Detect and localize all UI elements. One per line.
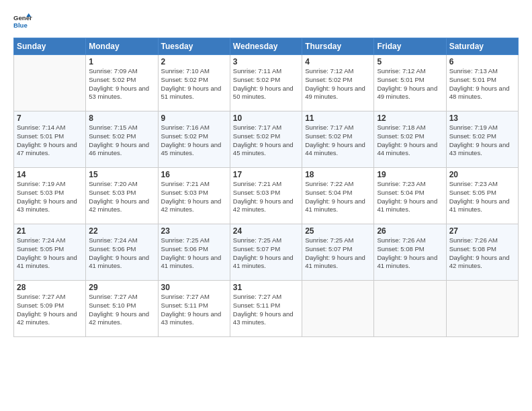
- day-info: Sunrise: 7:25 AMSunset: 5:07 PMDaylight:…: [233, 236, 299, 271]
- calendar-cell: 15Sunrise: 7:20 AMSunset: 5:03 PMDayligh…: [86, 168, 158, 224]
- day-number: 28: [17, 283, 83, 292]
- day-number: 13: [449, 113, 515, 123]
- col-header-thursday: Thursday: [302, 38, 374, 55]
- day-info: Sunrise: 7:26 AMSunset: 5:08 PMDaylight:…: [377, 236, 443, 271]
- calendar: SundayMondayTuesdayWednesdayThursdayFrid…: [13, 38, 519, 337]
- header: General Blue: [13, 12, 519, 31]
- calendar-cell: 29Sunrise: 7:27 AMSunset: 5:10 PMDayligh…: [86, 281, 158, 337]
- day-info: Sunrise: 7:27 AMSunset: 5:11 PMDaylight:…: [233, 293, 299, 327]
- day-info: Sunrise: 7:25 AMSunset: 5:07 PMDaylight:…: [305, 236, 371, 271]
- day-info: Sunrise: 7:27 AMSunset: 5:10 PMDaylight:…: [89, 293, 154, 327]
- col-header-tuesday: Tuesday: [158, 38, 230, 55]
- calendar-cell: 11Sunrise: 7:17 AMSunset: 5:02 PMDayligh…: [302, 111, 374, 168]
- col-header-sunday: Sunday: [14, 38, 86, 55]
- day-info: Sunrise: 7:17 AMSunset: 5:02 PMDaylight:…: [305, 124, 371, 158]
- calendar-cell: 26Sunrise: 7:26 AMSunset: 5:08 PMDayligh…: [374, 224, 446, 281]
- calendar-cell: 9Sunrise: 7:16 AMSunset: 5:02 PMDaylight…: [158, 111, 230, 168]
- calendar-cell: 31Sunrise: 7:27 AMSunset: 5:11 PMDayligh…: [230, 281, 302, 337]
- calendar-cell: 25Sunrise: 7:25 AMSunset: 5:07 PMDayligh…: [302, 224, 374, 281]
- calendar-cell: 23Sunrise: 7:25 AMSunset: 5:06 PMDayligh…: [158, 224, 230, 281]
- day-info: Sunrise: 7:21 AMSunset: 5:03 PMDaylight:…: [161, 180, 227, 214]
- week-row-0: 1Sunrise: 7:09 AMSunset: 5:02 PMDaylight…: [14, 55, 519, 111]
- calendar-cell: 7Sunrise: 7:14 AMSunset: 5:01 PMDaylight…: [14, 111, 86, 168]
- day-info: Sunrise: 7:15 AMSunset: 5:02 PMDaylight:…: [89, 124, 154, 158]
- day-number: 10: [233, 113, 299, 123]
- page: General Blue SundayMondayTuesdayWednesda…: [0, 0, 532, 411]
- day-number: 2: [161, 57, 227, 66]
- week-row-3: 21Sunrise: 7:24 AMSunset: 5:05 PMDayligh…: [14, 224, 519, 281]
- day-info: Sunrise: 7:13 AMSunset: 5:01 PMDaylight:…: [449, 67, 515, 101]
- calendar-cell: 12Sunrise: 7:18 AMSunset: 5:02 PMDayligh…: [374, 111, 446, 168]
- day-number: 12: [377, 113, 443, 123]
- calendar-cell: 6Sunrise: 7:13 AMSunset: 5:01 PMDaylight…: [446, 55, 518, 111]
- day-info: Sunrise: 7:12 AMSunset: 5:01 PMDaylight:…: [377, 67, 443, 101]
- day-number: 8: [89, 113, 154, 123]
- calendar-cell: 28Sunrise: 7:27 AMSunset: 5:09 PMDayligh…: [14, 281, 86, 337]
- day-number: 11: [305, 113, 371, 123]
- day-number: 19: [377, 170, 443, 179]
- day-number: 31: [233, 283, 299, 292]
- calendar-cell: 10Sunrise: 7:17 AMSunset: 5:02 PMDayligh…: [230, 111, 302, 168]
- day-info: Sunrise: 7:14 AMSunset: 5:01 PMDaylight:…: [17, 124, 83, 158]
- logo: General Blue: [13, 12, 32, 31]
- day-number: 23: [161, 226, 227, 236]
- calendar-cell: 14Sunrise: 7:19 AMSunset: 5:03 PMDayligh…: [14, 168, 86, 224]
- day-number: 27: [449, 226, 515, 236]
- calendar-cell: 3Sunrise: 7:11 AMSunset: 5:02 PMDaylight…: [230, 55, 302, 111]
- week-row-4: 28Sunrise: 7:27 AMSunset: 5:09 PMDayligh…: [14, 281, 519, 337]
- calendar-cell: 1Sunrise: 7:09 AMSunset: 5:02 PMDaylight…: [86, 55, 158, 111]
- calendar-cell: 18Sunrise: 7:22 AMSunset: 5:04 PMDayligh…: [302, 168, 374, 224]
- calendar-cell: 17Sunrise: 7:21 AMSunset: 5:03 PMDayligh…: [230, 168, 302, 224]
- day-info: Sunrise: 7:26 AMSunset: 5:08 PMDaylight:…: [449, 236, 515, 271]
- day-number: 15: [89, 170, 154, 179]
- day-number: 5: [377, 57, 443, 66]
- day-info: Sunrise: 7:27 AMSunset: 5:11 PMDaylight:…: [161, 293, 227, 327]
- svg-text:Blue: Blue: [13, 21, 28, 29]
- day-info: Sunrise: 7:16 AMSunset: 5:02 PMDaylight:…: [161, 124, 227, 158]
- day-info: Sunrise: 7:09 AMSunset: 5:02 PMDaylight:…: [89, 67, 154, 101]
- day-number: 20: [449, 170, 515, 179]
- day-number: 18: [305, 170, 371, 179]
- calendar-cell: 16Sunrise: 7:21 AMSunset: 5:03 PMDayligh…: [158, 168, 230, 224]
- day-number: 21: [17, 226, 83, 236]
- day-number: 6: [449, 57, 515, 66]
- calendar-cell: 20Sunrise: 7:23 AMSunset: 5:05 PMDayligh…: [446, 168, 518, 224]
- day-number: 22: [89, 226, 154, 236]
- day-info: Sunrise: 7:24 AMSunset: 5:06 PMDaylight:…: [89, 236, 154, 271]
- day-info: Sunrise: 7:11 AMSunset: 5:02 PMDaylight:…: [233, 67, 299, 101]
- day-info: Sunrise: 7:17 AMSunset: 5:02 PMDaylight:…: [233, 124, 299, 158]
- calendar-cell: 5Sunrise: 7:12 AMSunset: 5:01 PMDaylight…: [374, 55, 446, 111]
- day-info: Sunrise: 7:23 AMSunset: 5:04 PMDaylight:…: [377, 180, 443, 214]
- calendar-cell: 8Sunrise: 7:15 AMSunset: 5:02 PMDaylight…: [86, 111, 158, 168]
- calendar-cell: 19Sunrise: 7:23 AMSunset: 5:04 PMDayligh…: [374, 168, 446, 224]
- week-row-2: 14Sunrise: 7:19 AMSunset: 5:03 PMDayligh…: [14, 168, 519, 224]
- col-header-friday: Friday: [374, 38, 446, 55]
- col-header-monday: Monday: [86, 38, 158, 55]
- day-info: Sunrise: 7:10 AMSunset: 5:02 PMDaylight:…: [161, 67, 227, 101]
- logo-icon: General Blue: [13, 12, 32, 31]
- day-info: Sunrise: 7:19 AMSunset: 5:03 PMDaylight:…: [17, 180, 83, 214]
- week-row-1: 7Sunrise: 7:14 AMSunset: 5:01 PMDaylight…: [14, 111, 519, 168]
- calendar-cell: [446, 281, 518, 337]
- day-info: Sunrise: 7:27 AMSunset: 5:09 PMDaylight:…: [17, 293, 83, 327]
- day-number: 25: [305, 226, 371, 236]
- calendar-cell: 27Sunrise: 7:26 AMSunset: 5:08 PMDayligh…: [446, 224, 518, 281]
- calendar-cell: 2Sunrise: 7:10 AMSunset: 5:02 PMDaylight…: [158, 55, 230, 111]
- calendar-cell: 22Sunrise: 7:24 AMSunset: 5:06 PMDayligh…: [86, 224, 158, 281]
- day-info: Sunrise: 7:12 AMSunset: 5:02 PMDaylight:…: [305, 67, 371, 101]
- day-number: 4: [305, 57, 371, 66]
- day-info: Sunrise: 7:24 AMSunset: 5:05 PMDaylight:…: [17, 236, 83, 271]
- day-number: 1: [89, 57, 154, 66]
- calendar-cell: 13Sunrise: 7:19 AMSunset: 5:02 PMDayligh…: [446, 111, 518, 168]
- calendar-cell: 30Sunrise: 7:27 AMSunset: 5:11 PMDayligh…: [158, 281, 230, 337]
- day-number: 3: [233, 57, 299, 66]
- day-info: Sunrise: 7:23 AMSunset: 5:05 PMDaylight:…: [449, 180, 515, 214]
- calendar-cell: [14, 55, 86, 111]
- calendar-cell: 24Sunrise: 7:25 AMSunset: 5:07 PMDayligh…: [230, 224, 302, 281]
- day-number: 14: [17, 170, 83, 179]
- day-info: Sunrise: 7:21 AMSunset: 5:03 PMDaylight:…: [233, 180, 299, 214]
- col-header-wednesday: Wednesday: [230, 38, 302, 55]
- day-info: Sunrise: 7:19 AMSunset: 5:02 PMDaylight:…: [449, 124, 515, 158]
- day-number: 16: [161, 170, 227, 179]
- calendar-cell: [374, 281, 446, 337]
